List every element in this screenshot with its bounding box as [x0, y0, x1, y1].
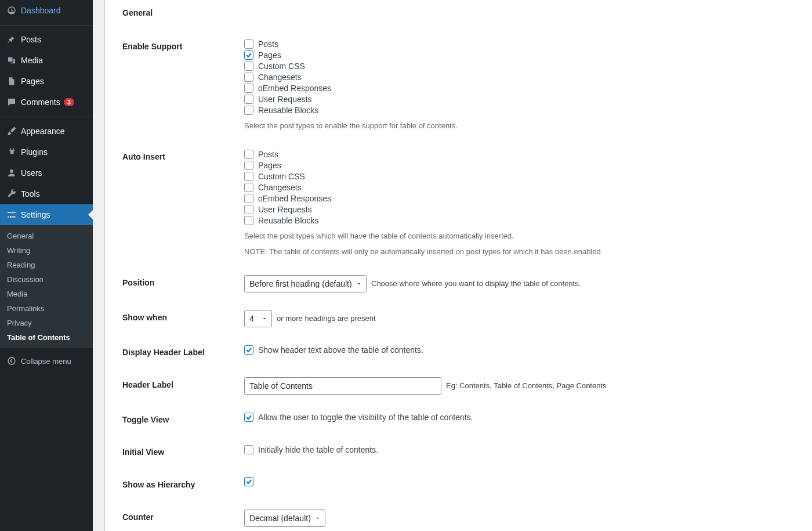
submenu-item-general[interactable]: General	[0, 229, 93, 243]
display-header-checkbox[interactable]	[244, 345, 253, 355]
settings-form-table: Enable Support PostsPagesCustom CSSChang…	[122, 30, 800, 531]
auto-insert-option-label: User Requests	[258, 204, 312, 215]
auto-insert-desc: Select the post types which will have th…	[244, 230, 795, 242]
sidebar-item-label: Posts	[21, 35, 41, 44]
enable-support-desc: Select the post types to enable the supp…	[244, 120, 795, 132]
auto-insert-option-checkbox[interactable]	[244, 205, 253, 214]
page-icon	[6, 75, 17, 87]
sidebar-item-label: Users	[21, 168, 42, 178]
auto-insert-option-label: Custom CSS	[258, 171, 305, 182]
row-label-display-header: Display Header Label	[122, 336, 238, 369]
auto-insert-option-checkbox[interactable]	[244, 183, 253, 192]
auto-insert-option-label: Changesets	[258, 182, 302, 193]
initial-view-text: Initially hide the table of contents.	[258, 445, 378, 455]
row-label-initial-view: Initial View	[122, 436, 238, 468]
sliders-icon	[6, 209, 17, 221]
enable-support-option-checkbox[interactable]	[244, 84, 253, 93]
sidebar-separator	[0, 114, 93, 117]
counter-select[interactable]: Decimal (default)	[244, 510, 325, 527]
sidebar-item-media[interactable]: Media	[0, 50, 93, 71]
sidebar-item-label: Pages	[21, 77, 44, 86]
submenu-item-privacy[interactable]: Privacy	[0, 316, 93, 330]
sidebar-item-label: Tools	[21, 189, 40, 198]
sidebar-item-plugins[interactable]: Plugins	[0, 142, 93, 162]
sidebar-item-label: Media	[21, 56, 43, 65]
enable-support-option-checkbox[interactable]	[244, 95, 253, 104]
enable-support-option-label: Pages	[258, 50, 281, 60]
pin-icon	[6, 34, 17, 45]
plug-icon	[6, 146, 17, 158]
submenu-item-permalinks[interactable]: Permalinks	[0, 301, 93, 316]
sidebar-item-tools[interactable]: Tools	[0, 183, 93, 204]
enable-support-option-checkbox[interactable]	[244, 73, 253, 82]
display-header-text: Show header text above the table of cont…	[258, 345, 423, 355]
sidebar-item-appearance[interactable]: Appearance	[0, 121, 93, 142]
toggle-view-checkbox[interactable]	[244, 413, 253, 422]
header-label-input[interactable]	[244, 377, 441, 395]
enable-support-option-label: Custom CSS	[258, 61, 305, 71]
auto-insert-option-checkbox[interactable]	[244, 216, 253, 225]
enable-support-option-checkbox[interactable]	[244, 50, 253, 60]
row-label-position: Position	[122, 266, 238, 301]
settings-content: General Enable Support PostsPagesCustom …	[104, 0, 812, 531]
auto-insert-option-checkbox[interactable]	[244, 172, 253, 181]
auto-insert-note: NOTE: The table of contents will only be…	[244, 246, 795, 258]
auto-insert-option-label: Posts	[258, 149, 278, 160]
collapse-menu-button[interactable]: Collapse menu	[0, 351, 93, 371]
sidebar-separator	[0, 23, 93, 26]
row-label-show-hierarchy: Show as Hierarchy	[122, 468, 238, 501]
toggle-view-text: Allow the user to toggle the visibility …	[258, 412, 473, 422]
row-label-header-label: Header Label	[122, 369, 238, 403]
auto-insert-option-checkbox[interactable]	[244, 194, 253, 203]
enable-support-option-checkbox[interactable]	[244, 106, 253, 115]
sidebar-item-comments[interactable]: Comments 3	[0, 92, 93, 113]
auto-insert-option-checkbox[interactable]	[244, 161, 253, 170]
position-select[interactable]: Before first heading (default)	[244, 275, 367, 292]
enable-support-option-label: oEmbed Responses	[258, 83, 331, 93]
position-desc: Choose where where you want to display t…	[371, 279, 581, 288]
sidebar-item-dashboard[interactable]: Dashboard	[0, 0, 93, 21]
submenu-item-table-of-contents[interactable]: Table of Contents	[0, 330, 93, 345]
sidebar-item-label: Comments	[21, 97, 60, 107]
svg-point-0	[8, 357, 15, 364]
collapse-icon	[6, 355, 17, 367]
initial-view-checkbox[interactable]	[244, 445, 253, 454]
submenu-item-discussion[interactable]: Discussion	[0, 272, 93, 287]
auto-insert-option-label: Pages	[258, 160, 281, 171]
submenu-item-reading[interactable]: Reading	[0, 258, 93, 272]
row-label-toggle-view: Toggle View	[122, 403, 238, 436]
auto-insert-option-checkbox[interactable]	[244, 150, 253, 159]
collapse-menu-label: Collapse menu	[21, 357, 71, 366]
row-label-show-when: Show when	[122, 301, 238, 336]
show-hierarchy-checkbox[interactable]	[244, 477, 253, 486]
settings-submenu: General Writing Reading Discussion Media…	[0, 225, 93, 348]
submenu-item-media[interactable]: Media	[0, 287, 93, 301]
submenu-item-writing[interactable]: Writing	[0, 243, 93, 258]
auto-insert-option-label: Reusable Blocks	[258, 215, 318, 226]
enable-support-option-label: Reusable Blocks	[258, 105, 318, 115]
comments-count-badge: 3	[64, 98, 74, 106]
enable-support-option-label: Posts	[258, 39, 278, 49]
sidebar-item-settings[interactable]: Settings	[0, 204, 93, 225]
auto-insert-option-label: oEmbed Responses	[258, 193, 331, 204]
comment-icon	[6, 96, 17, 108]
sidebar-item-posts[interactable]: Posts	[0, 29, 93, 50]
sidebar-item-users[interactable]: Users	[0, 162, 93, 183]
enable-support-option-checkbox[interactable]	[244, 62, 253, 71]
user-icon	[6, 167, 17, 179]
show-when-select[interactable]: 4	[244, 310, 272, 327]
show-when-desc: or more headings are present	[277, 314, 376, 323]
sidebar-item-pages[interactable]: Pages	[0, 71, 93, 92]
section-title: General	[122, 8, 800, 17]
enable-support-option-label: Changesets	[258, 72, 302, 82]
sidebar-item-label: Settings	[21, 210, 50, 219]
wrench-icon	[6, 188, 17, 200]
row-label-enable-support: Enable Support	[122, 30, 238, 140]
row-label-auto-insert: Auto Insert	[122, 140, 238, 266]
admin-sidebar: Dashboard Posts Media Pages Comments 3 A…	[0, 0, 93, 531]
enable-support-option-label: User Requests	[258, 94, 312, 104]
enable-support-option-checkbox[interactable]	[244, 39, 253, 49]
media-icon	[6, 55, 17, 66]
sidebar-item-label: Plugins	[21, 147, 48, 157]
sidebar-item-label: Appearance	[21, 127, 65, 136]
